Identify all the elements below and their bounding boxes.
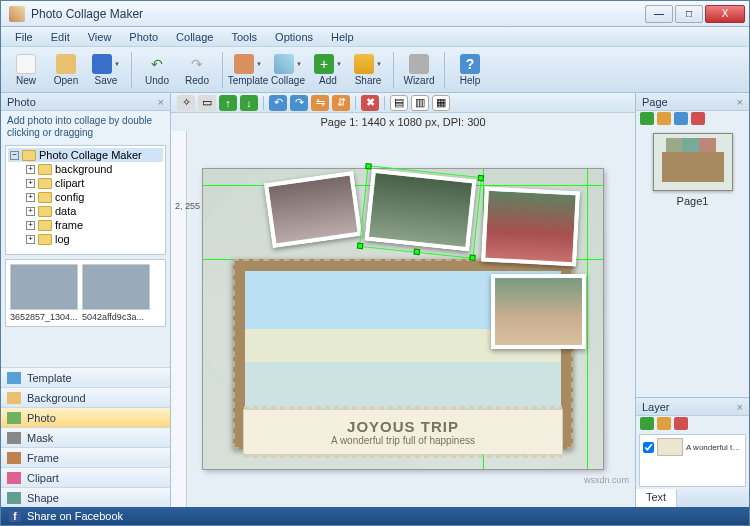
menu-photo[interactable]: Photo bbox=[121, 29, 166, 45]
photo-panel-close-icon[interactable]: × bbox=[158, 96, 164, 108]
open-button[interactable]: Open bbox=[47, 50, 85, 90]
layer-visibility-checkbox[interactable] bbox=[643, 442, 654, 453]
collage-button[interactable]: ▼Collage bbox=[269, 50, 307, 90]
share-on-facebook-link[interactable]: Share on Facebook bbox=[27, 510, 123, 522]
tool-up-icon[interactable]: ↑ bbox=[219, 95, 237, 111]
tree-item-config[interactable]: +config bbox=[8, 190, 163, 204]
tool-actual-icon[interactable]: ▦ bbox=[432, 95, 450, 111]
tool-flip-h-icon[interactable]: ⇋ bbox=[311, 95, 329, 111]
tool-delete-icon[interactable]: ✖ bbox=[361, 95, 379, 111]
page-panel-close-icon[interactable]: × bbox=[737, 96, 743, 108]
new-button[interactable]: New bbox=[7, 50, 45, 90]
menu-file[interactable]: File bbox=[7, 29, 41, 45]
save-button[interactable]: ▼Save bbox=[87, 50, 125, 90]
category-mask[interactable]: Mask bbox=[1, 427, 170, 447]
vertical-ruler bbox=[171, 131, 187, 507]
menu-options[interactable]: Options bbox=[267, 29, 321, 45]
tool-down-icon[interactable]: ↓ bbox=[240, 95, 258, 111]
category-shape[interactable]: Shape bbox=[1, 487, 170, 507]
photo-thumbnail[interactable]: 5042affd9c3a... bbox=[82, 264, 150, 322]
canvas-area: ✧ ▭ ↑ ↓ ↶ ↷ ⇋ ⇵ ✖ ▤ ▥ ▦ Page 1: 1440 x 1… bbox=[171, 93, 635, 507]
mini-frame bbox=[662, 152, 724, 182]
wizard-button[interactable]: Wizard bbox=[400, 50, 438, 90]
category-frame[interactable]: Frame bbox=[1, 447, 170, 467]
layer-delete-icon[interactable] bbox=[674, 417, 688, 430]
collage-photo-3[interactable] bbox=[481, 187, 580, 267]
tool-rotate-left-icon[interactable]: ↶ bbox=[269, 95, 287, 111]
tree-item-background[interactable]: +background bbox=[8, 162, 163, 176]
category-list: TemplateBackgroundPhotoMaskFrameClipartS… bbox=[1, 367, 170, 507]
menu-view[interactable]: View bbox=[80, 29, 120, 45]
layer-row[interactable]: A wonderful trip full of happiness bbox=[642, 437, 743, 457]
tree-item-log[interactable]: +log bbox=[8, 232, 163, 246]
menu-collage[interactable]: Collage bbox=[168, 29, 221, 45]
category-template[interactable]: Template bbox=[1, 367, 170, 387]
expand-icon[interactable]: + bbox=[26, 221, 35, 230]
category-background[interactable]: Background bbox=[1, 387, 170, 407]
minimize-button[interactable]: — bbox=[645, 5, 673, 23]
help-button[interactable]: ?Help bbox=[451, 50, 489, 90]
thumbnail-image bbox=[10, 264, 78, 310]
photo-icon bbox=[7, 412, 21, 424]
resize-handle[interactable] bbox=[365, 163, 372, 170]
menu-edit[interactable]: Edit bbox=[43, 29, 78, 45]
collage-photo-1[interactable] bbox=[264, 171, 362, 248]
maximize-button[interactable]: □ bbox=[675, 5, 703, 23]
collage-photo-4[interactable] bbox=[491, 274, 586, 349]
tool-fit-icon[interactable]: ▤ bbox=[390, 95, 408, 111]
resize-handle[interactable] bbox=[357, 243, 364, 250]
tool-crop-icon[interactable]: ✧ bbox=[177, 95, 195, 111]
facebook-icon[interactable]: f bbox=[9, 510, 21, 522]
folder-icon bbox=[38, 192, 52, 203]
close-button[interactable]: X bbox=[705, 5, 745, 23]
undo-button[interactable]: ↶Undo bbox=[138, 50, 176, 90]
redo-button[interactable]: ↷Redo bbox=[178, 50, 216, 90]
tree-root-label: Photo Collage Maker bbox=[39, 149, 142, 161]
add-icon: + bbox=[314, 54, 334, 74]
photo-thumbnail[interactable]: 3652857_1304... bbox=[10, 264, 78, 322]
menu-tools[interactable]: Tools bbox=[223, 29, 265, 45]
share-button[interactable]: ▼Share bbox=[349, 50, 387, 90]
page-thumbnail[interactable] bbox=[653, 133, 733, 191]
layer-up-icon[interactable] bbox=[640, 417, 654, 430]
caption-box[interactable]: JOYOUS TRIP A wonderful trip full of hap… bbox=[243, 409, 563, 455]
tool-rotate-right-icon[interactable]: ↷ bbox=[290, 95, 308, 111]
category-photo[interactable]: Photo bbox=[1, 407, 170, 427]
collage-photo-2[interactable] bbox=[365, 169, 477, 252]
tree-item-label: background bbox=[55, 163, 113, 175]
main-toolbar: NewOpen▼Save↶Undo↷Redo▼Template▼Collage+… bbox=[1, 47, 749, 93]
page-panel-header: Page × bbox=[636, 93, 749, 111]
expand-icon[interactable]: + bbox=[26, 179, 35, 188]
layer-list[interactable]: A wonderful trip full of happiness bbox=[639, 434, 746, 487]
folder-icon bbox=[38, 164, 52, 175]
collage-canvas[interactable]: JOYOUS TRIP A wonderful trip full of hap… bbox=[203, 169, 603, 469]
tool-select-icon[interactable]: ▭ bbox=[198, 95, 216, 111]
layer-down-icon[interactable] bbox=[657, 417, 671, 430]
guide-vertical[interactable] bbox=[587, 169, 588, 469]
page-duplicate-icon[interactable] bbox=[657, 112, 671, 125]
page-add-icon[interactable] bbox=[640, 112, 654, 125]
expand-icon[interactable]: + bbox=[26, 165, 35, 174]
folder-tree[interactable]: −Photo Collage Maker+background+clipart+… bbox=[5, 145, 166, 255]
page-delete-icon[interactable] bbox=[691, 112, 705, 125]
tree-root[interactable]: −Photo Collage Maker bbox=[8, 148, 163, 162]
menu-help[interactable]: Help bbox=[323, 29, 362, 45]
tree-item-data[interactable]: +data bbox=[8, 204, 163, 218]
collapse-icon[interactable]: − bbox=[10, 151, 19, 160]
resize-handle[interactable] bbox=[413, 248, 420, 255]
add-button[interactable]: +▼Add bbox=[309, 50, 347, 90]
tree-item-frame[interactable]: +frame bbox=[8, 218, 163, 232]
expand-icon[interactable]: + bbox=[26, 235, 35, 244]
layer-panel-close-icon[interactable]: × bbox=[737, 401, 743, 413]
tree-item-clipart[interactable]: +clipart bbox=[8, 176, 163, 190]
category-clipart[interactable]: Clipart bbox=[1, 467, 170, 487]
canvas-toolbar: ✧ ▭ ↑ ↓ ↶ ↷ ⇋ ⇵ ✖ ▤ ▥ ▦ bbox=[171, 93, 635, 113]
expand-icon[interactable]: + bbox=[26, 193, 35, 202]
layer-tab-text[interactable]: Text bbox=[636, 489, 677, 507]
tool-zoom-icon[interactable]: ▥ bbox=[411, 95, 429, 111]
template-button[interactable]: ▼Template bbox=[229, 50, 267, 90]
tool-flip-v-icon[interactable]: ⇵ bbox=[332, 95, 350, 111]
canvas-viewport[interactable]: 2, 255 bbox=[171, 131, 635, 507]
expand-icon[interactable]: + bbox=[26, 207, 35, 216]
page-move-icon[interactable] bbox=[674, 112, 688, 125]
